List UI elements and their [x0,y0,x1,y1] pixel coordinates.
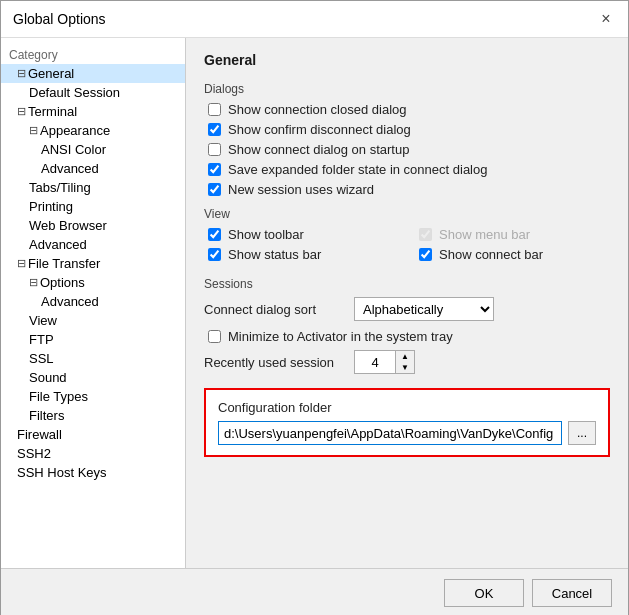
sidebar-item-label-terminal: Terminal [28,104,77,119]
sidebar-item-label-printing: Printing [29,199,73,214]
sidebar-item-label-default-session: Default Session [29,85,120,100]
sidebar-item-ssh-host-keys[interactable]: SSH Host Keys [1,463,185,482]
recently-used-label: Recently used session [204,355,354,370]
sidebar-item-sound[interactable]: Sound [1,368,185,387]
sidebar-item-file-types[interactable]: File Types [1,387,185,406]
cb-show-connect-bar-label[interactable]: Show connect bar [439,247,543,262]
cb-new-session-wizard-label[interactable]: New session uses wizard [228,182,374,197]
minimize-row: Minimize to Activator in the system tray [204,329,610,344]
cb-save-expanded-label[interactable]: Save expanded folder state in connect di… [228,162,487,177]
cb-conn-closed[interactable] [208,103,221,116]
cb-confirm-disconnect[interactable] [208,123,221,136]
sidebar-item-label-advanced-terminal: Advanced [29,237,87,252]
view-group-label: View [204,207,610,221]
cb-conn-closed-label[interactable]: Show connection closed dialog [228,102,407,117]
sidebar-item-appearance[interactable]: ⊟ Appearance [1,121,185,140]
sidebar-item-firewall[interactable]: Firewall [1,425,185,444]
cb-show-toolbar[interactable] [208,228,221,241]
sidebar-item-file-transfer[interactable]: ⊟ File Transfer [1,254,185,273]
ok-button[interactable]: OK [444,579,524,607]
cb-confirm-disconnect-row: Show confirm disconnect dialog [204,122,610,137]
options-expand-icon: ⊟ [29,276,38,289]
cb-show-status-bar-row: Show status bar [204,247,399,262]
cb-show-menu-bar-row: Show menu bar [415,227,610,242]
sidebar-item-ssh2[interactable]: SSH2 [1,444,185,463]
sidebar-item-filters[interactable]: Filters [1,406,185,425]
sessions-group-label: Sessions [204,277,610,291]
sidebar-item-advanced-ft[interactable]: Advanced [1,292,185,311]
sidebar-item-view[interactable]: View [1,311,185,330]
cb-new-session-wizard[interactable] [208,183,221,196]
cb-new-session-wizard-row: New session uses wizard [204,182,610,197]
close-button[interactable]: × [596,9,616,29]
sidebar-item-label-ansi-color: ANSI Color [41,142,106,157]
sidebar-item-label-filters: Filters [29,408,64,423]
minimize-checkbox[interactable] [208,330,221,343]
cb-show-connect-bar-row: Show connect bar [415,247,610,262]
sidebar-item-web-browser[interactable]: Web Browser [1,216,185,235]
global-options-dialog: Global Options × Category ⊟ General Defa… [0,0,629,615]
sidebar-item-advanced-terminal[interactable]: Advanced [1,235,185,254]
terminal-expand-icon: ⊟ [17,105,26,118]
general-expand-icon: ⊟ [17,67,26,80]
sidebar-item-label-sound: Sound [29,370,67,385]
sidebar-item-tabs-tiling[interactable]: Tabs/Tiling [1,178,185,197]
connect-dialog-sort-label: Connect dialog sort [204,302,354,317]
cb-show-connect-bar[interactable] [419,248,432,261]
content-area: General Dialogs Show connection closed d… [186,38,628,568]
sidebar: Category ⊟ General Default Session⊟ Term… [1,38,186,568]
sidebar-item-label-firewall: Firewall [17,427,62,442]
sidebar-item-label-general: General [28,66,74,81]
cb-confirm-disconnect-label[interactable]: Show confirm disconnect dialog [228,122,411,137]
sidebar-item-printing[interactable]: Printing [1,197,185,216]
cb-conn-startup-row: Show connect dialog on startup [204,142,610,157]
sidebar-item-default-session[interactable]: Default Session [1,83,185,102]
cb-save-expanded-row: Save expanded folder state in connect di… [204,162,610,177]
config-folder-input-row: d:\Users\yuanpengfei\AppData\Roaming\Van… [218,421,596,445]
sidebar-item-advanced-appearance[interactable]: Advanced [1,159,185,178]
cb-show-menu-bar [419,228,432,241]
sidebar-item-options[interactable]: ⊟ Options [1,273,185,292]
browse-button[interactable]: ... [568,421,596,445]
sidebar-item-label-web-browser: Web Browser [29,218,107,233]
recently-used-spinner: 4 ▲ ▼ [354,350,415,374]
sidebar-item-label-ssh-host-keys: SSH Host Keys [17,465,107,480]
spinner-up-button[interactable]: ▲ [396,351,414,362]
cb-conn-startup-label[interactable]: Show connect dialog on startup [228,142,409,157]
sidebar-item-label-file-transfer: File Transfer [28,256,100,271]
cb-conn-startup[interactable] [208,143,221,156]
cb-save-expanded[interactable] [208,163,221,176]
sidebar-item-ansi-color[interactable]: ANSI Color [1,140,185,159]
sidebar-item-label-appearance: Appearance [40,123,110,138]
sidebar-item-ssl[interactable]: SSL [1,349,185,368]
sidebar-item-label-advanced-ft: Advanced [41,294,99,309]
cb-show-menu-bar-label: Show menu bar [439,227,530,242]
sidebar-item-label-options: Options [40,275,85,290]
sidebar-item-ftp[interactable]: FTP [1,330,185,349]
sidebar-item-label-advanced-appearance: Advanced [41,161,99,176]
cb-show-toolbar-row: Show toolbar [204,227,399,242]
sidebar-item-label-view: View [29,313,57,328]
cb-conn-closed-row: Show connection closed dialog [204,102,610,117]
connect-dialog-sort-select[interactable]: AlphabeticallyBy DateCustom [354,297,494,321]
cb-show-status-bar-label[interactable]: Show status bar [228,247,321,262]
sidebar-item-label-ssl: SSL [29,351,54,366]
config-folder-box: Configuration folder d:\Users\yuanpengfe… [204,388,610,457]
cancel-button[interactable]: Cancel [532,579,612,607]
recently-used-row: Recently used session 4 ▲ ▼ [204,350,610,374]
minimize-label[interactable]: Minimize to Activator in the system tray [228,329,453,344]
file-transfer-expand-icon: ⊟ [17,257,26,270]
spinner-buttons: ▲ ▼ [395,351,414,373]
cb-show-toolbar-label[interactable]: Show toolbar [228,227,304,242]
sidebar-item-label-ftp: FTP [29,332,54,347]
sidebar-item-label-file-types: File Types [29,389,88,404]
recently-used-input[interactable]: 4 [355,351,395,373]
category-label: Category [1,44,185,64]
view-checkboxes-cols: Show toolbarShow status bar Show menu ba… [204,227,610,267]
cb-show-status-bar[interactable] [208,248,221,261]
spinner-down-button[interactable]: ▼ [396,362,414,373]
config-folder-input[interactable]: d:\Users\yuanpengfei\AppData\Roaming\Van… [218,421,562,445]
dialog-body: Category ⊟ General Default Session⊟ Term… [1,38,628,568]
sidebar-item-terminal[interactable]: ⊟ Terminal [1,102,185,121]
sidebar-item-general[interactable]: ⊟ General [1,64,185,83]
